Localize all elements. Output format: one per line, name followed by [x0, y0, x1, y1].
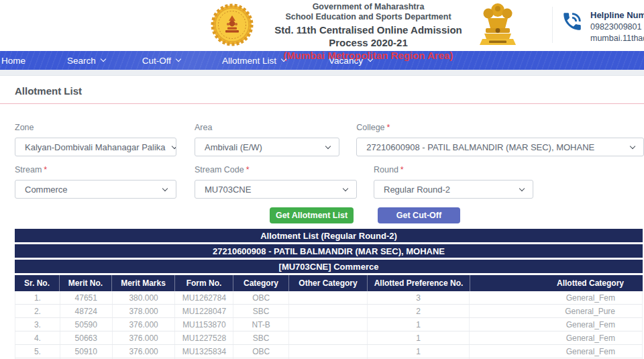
chevron-down-icon: [630, 143, 635, 148]
cell-other-category: [288, 305, 367, 317]
area-select-value: Ambivali (E/W): [205, 142, 262, 152]
nav-label-cutoff: Cut-Off: [142, 56, 171, 66]
title-underline: [0, 103, 644, 104]
page-title: Allotment List: [15, 85, 644, 97]
allotment-table: Allotment List (Regular Round-2) 2721060…: [15, 229, 643, 359]
get-allotment-list-button[interactable]: Get Allotment List: [270, 207, 354, 223]
helpline-email: mumbai.11thadmission: [590, 34, 644, 43]
cell-sr-no: 5.: [15, 345, 60, 358]
stream-code-select[interactable]: MU703CNE: [195, 180, 357, 199]
zone-select[interactable]: Kalyan-Dombivali Mahanagar Palika: [15, 138, 176, 156]
chevron-down-icon: [519, 185, 525, 191]
chevron-down-icon: [325, 143, 331, 148]
zone-select-value: Kalyan-Dombivali Mahanagar Palika: [25, 142, 166, 152]
col-header-sr-no: Sr. No.: [15, 275, 59, 291]
phone-icon: [561, 10, 584, 33]
table-title-round: Allotment List (Regular Round-2): [15, 229, 643, 242]
cell-other-category: [288, 318, 367, 331]
table-row: 1. 47651 380.000 MU1262784 OBC 3 General…: [15, 291, 643, 305]
cell-allotted-category: General_Fem: [469, 345, 642, 358]
required-asterisk: *: [400, 165, 404, 174]
cell-allotted-pref: 1: [367, 318, 470, 331]
subnav-gap: [0, 70, 644, 76]
cell-merit-no: 47651: [60, 291, 112, 304]
get-cutoff-button[interactable]: Get Cut-Off: [378, 207, 460, 223]
maharashtra-seal-icon: [211, 3, 254, 46]
nav-label-search: Search: [67, 56, 96, 66]
nav-item-search[interactable]: Search: [67, 56, 105, 66]
college-select[interactable]: 27210600908 - PATIL BALMANDIR (MAR SEC),…: [356, 138, 644, 156]
filter-form: Zone Kalyan-Dombivali Mahanagar Palika A…: [15, 123, 644, 223]
chevron-down-icon: [101, 56, 106, 62]
stream-code-select-value: MU703CNE: [205, 185, 251, 195]
cell-allotted-category: General_Fem: [469, 331, 642, 344]
cell-sr-no: 3.: [15, 318, 60, 331]
cell-form-no: MU1227528: [174, 331, 233, 344]
cell-category: SBC: [233, 331, 288, 344]
header-divider: [552, 7, 553, 43]
helpline-phone: 09823009801: [590, 22, 644, 32]
stream-label: Stream*: [15, 165, 176, 175]
cell-other-category: [288, 331, 367, 344]
round-select-value: Regular Round-2: [384, 185, 450, 195]
cell-form-no: MU1153870: [174, 318, 233, 331]
table-title-stream: [MU703CNE] Commerce: [15, 260, 643, 273]
college-label: College*: [356, 123, 644, 133]
required-asterisk: *: [387, 123, 390, 132]
col-header-merit-no: Merit No.: [59, 275, 111, 291]
table-header-row: Sr. No. Merit No. Merit Marks Form No. C…: [15, 275, 643, 291]
cell-sr-no: 2.: [15, 305, 60, 317]
cell-sr-no: 1.: [15, 291, 60, 304]
process-title: Std. 11th Centralised Online Admission P…: [260, 23, 476, 49]
cell-merit-marks: 378.000: [112, 305, 175, 317]
cell-category: OBC: [233, 345, 288, 358]
table-row: 4. 50663 376.000 MU1227528 SBC 1 General…: [15, 331, 643, 345]
chevron-down-icon: [343, 185, 348, 191]
stream-select-value: Commerce: [25, 185, 68, 195]
round-label: Round*: [374, 165, 533, 175]
cell-category: OBC: [233, 291, 288, 304]
ashoka-emblem-icon: [478, 1, 518, 49]
col-header-form-no: Form No.: [174, 275, 233, 291]
stream-select[interactable]: Commerce: [15, 180, 176, 199]
table-row: 5. 50910 376.000 MU1325834 OBC 1 General…: [15, 345, 643, 358]
cell-sr-no: 4.: [15, 331, 60, 344]
required-asterisk: *: [246, 165, 250, 174]
cell-other-category: [288, 345, 367, 358]
nav-item-cutoff[interactable]: Cut-Off: [142, 56, 180, 66]
cell-form-no: MU1262784: [174, 291, 233, 304]
nav-item-home[interactable]: Home: [1, 56, 25, 66]
col-header-category: Category: [233, 275, 288, 291]
cell-merit-no: 50590: [60, 318, 112, 331]
cell-merit-no: 50910: [60, 345, 112, 358]
cell-merit-no: 48724: [60, 305, 112, 317]
dept-line2: School Education and Sports Department: [260, 12, 476, 22]
table-row: 3. 50590 376.000 MU1153870 NT-B 1 Genera…: [15, 318, 643, 331]
header-title-block: Government of Maharashtra School Educati…: [260, 2, 476, 62]
nav-label-home: Home: [1, 56, 25, 66]
cell-allotted-category: General_Fem: [469, 291, 642, 304]
dept-line1: Government of Maharashtra: [260, 2, 476, 12]
cell-form-no: MU1228047: [174, 305, 233, 317]
cell-category: NT-B: [233, 318, 288, 331]
helpline-title: Helpline Number: [590, 10, 644, 20]
col-header-other-category: Other Category: [288, 275, 367, 291]
cell-allotted-pref: 1: [367, 331, 470, 344]
stream-code-label: Stream Code*: [195, 165, 357, 175]
cell-category: SBC: [233, 305, 288, 317]
col-header-allotted-pref: Allotted Preference No.: [367, 275, 470, 291]
site-header: Government of Maharashtra School Educati…: [0, 0, 644, 51]
chevron-down-icon: [176, 56, 181, 62]
round-select[interactable]: Regular Round-2: [374, 180, 533, 199]
helpline-block: Helpline Number 09823009801 mumbai.11tha…: [561, 10, 644, 43]
area-select[interactable]: Ambivali (E/W): [195, 138, 339, 156]
cell-allotted-category: General_Pure: [469, 305, 642, 317]
cell-form-no: MU1325834: [174, 345, 233, 358]
table-title-college: 27210600908 - PATIL BALMANDIR (MAR SEC),…: [15, 244, 643, 258]
area-label: Area: [195, 123, 339, 133]
zone-label: Zone: [15, 123, 176, 133]
cell-merit-no: 50663: [60, 331, 112, 344]
cell-allotted-category: General_Fem: [469, 318, 642, 331]
cell-merit-marks: 376.000: [112, 318, 175, 331]
cell-merit-marks: 380.000: [112, 291, 175, 304]
